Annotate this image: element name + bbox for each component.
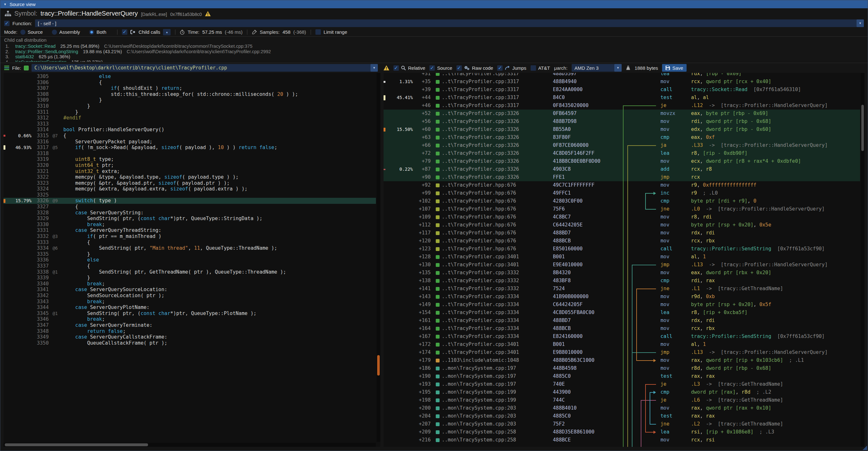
source-line[interactable]: 3308 std::this_thread::sleep_for( std::c…	[3, 91, 376, 97]
source-line[interactable]: 3338@1 SendString( ptr, GetThreadName( p…	[3, 269, 376, 275]
asm-source-location[interactable]: ..t\TracyProfiler.hpp:676	[431, 213, 553, 221]
asm-source-location[interactable]: ..t\TracyProfiler.cpp:3332	[431, 285, 553, 293]
titlebar[interactable]: ▼ Source view	[0, 0, 868, 8]
child-call-entry[interactable]: 3.stat64i32625 µs (1.36%)	[4, 54, 864, 60]
source-line[interactable]: 3343 break;	[3, 299, 376, 305]
asm-source-location[interactable]: ..t\TracyProfiler.cpp:3326	[431, 157, 553, 165]
source-line[interactable]: 3321 uint32_t extra;	[3, 169, 376, 175]
asm-source-location[interactable]: ..mon\TracySystem.cpp:258	[431, 428, 553, 436]
asm-row[interactable]: +79..t\TracyProfiler.cpp:3326418B8C80E0B…	[383, 157, 860, 165]
source-line[interactable]: 3324 memcpy( &extra, &payload.extra, siz…	[3, 186, 376, 192]
source-line[interactable]: 3328 case ServerQueryString:	[3, 210, 376, 216]
asm-row[interactable]: +135..t\TracyProfiler.cpp:33328B4320move…	[383, 269, 860, 277]
source-line[interactable]: 3349 case ServerQueryCallstackFrame:	[3, 334, 376, 340]
source-line[interactable]: 3336 else	[3, 257, 376, 263]
asm-source-location[interactable]: ..mon\TracySystem.cpp:199	[431, 388, 553, 396]
child-call-distribution-title[interactable]: Child call distribution	[4, 38, 864, 43]
asm-row[interactable]: +164..t\TracyProfiler.cpp:3334488BCBmovr…	[383, 325, 860, 332]
source-horizontal-scrollbar[interactable]	[3, 443, 376, 447]
child-call-entry[interactable]: 4.KeSynchronizeExecution125 µs (0.27%)	[4, 60, 864, 62]
asm-source-location[interactable]: ..t\TracyProfiler.cpp:3334	[431, 293, 553, 301]
file-combo[interactable]: C:\Users\wolf\Desktop\darkrl\contrib\tra…	[32, 64, 378, 72]
asm-source-location[interactable]: ..mon\TracySystem.cpp:203	[431, 412, 553, 420]
asm-source-location[interactable]: ..t\TracyProfiler.cpp:3334	[431, 317, 553, 325]
asm-source-location[interactable]: ..t\TracyProfiler.cpp:3317	[431, 101, 553, 110]
assembly-pane[interactable]: +31..t\TracyProfiler.cpp:3317488D5597lea…	[383, 73, 865, 447]
source-line[interactable]: 3344 case ServerQueryPlotName:	[3, 304, 376, 310]
source-line[interactable]: 0.66%3315@7{	[3, 133, 376, 139]
uarch-combo[interactable]: AMD Zen 3 ▼	[572, 64, 622, 72]
source-line[interactable]: 3335 }	[3, 251, 376, 257]
asm-source-location[interactable]: ..mon\TracySystem.cpp:203	[431, 420, 553, 428]
asm-row[interactable]: +120..t\TracyProfiler.hpp:676488BCBmovrc…	[383, 237, 860, 245]
source-line[interactable]: 3345@1 SendString( ptr, (const char*)ptr…	[3, 310, 376, 317]
asm-source-location[interactable]: ..1103\include\atomic:1048	[431, 356, 553, 364]
asm-row[interactable]: +46..t\TracyProfiler.cpp:33170F843502000…	[383, 101, 860, 110]
asm-source-location[interactable]: ..t\TracyProfiler.cpp:3326	[431, 149, 553, 157]
asm-row[interactable]: +154..t\TracyProfiler.cpp:33344C8D055FBA…	[383, 309, 860, 317]
asm-source-location[interactable]: ..mon\TracySystem.cpp:197	[431, 364, 553, 372]
asm-source-location[interactable]: ..t\TracyProfiler.cpp:3334	[431, 301, 553, 309]
collapse-icon[interactable]: ▼	[3, 3, 7, 6]
child-calls-checkbox[interactable]	[122, 29, 127, 35]
source-line[interactable]: 3340 break;	[3, 281, 376, 287]
limit-range-checkbox[interactable]	[315, 29, 321, 35]
child-call-entry[interactable]: 1.tracy::Socket::Read25.25 ms (54.89%)C:…	[4, 43, 864, 49]
asm-row[interactable]: +102..t\TracyProfiler.hpp:67642803C0F00c…	[383, 197, 860, 205]
source-line[interactable]: 3311 }	[3, 109, 376, 115]
asm-row[interactable]: 45.41%+44..t\TracyProfiler.cpp:331784C0t…	[383, 94, 860, 101]
asm-source-location[interactable]: ..t\TracyProfiler.cpp:3326	[431, 165, 553, 173]
asm-source-location[interactable]: ..t\TracyProfiler.cpp:3401	[431, 253, 553, 261]
asm-row[interactable]: +204..mon\TracySystem.cpp:2034885C0testr…	[383, 412, 860, 420]
asm-source-location[interactable]: ..t\TracyProfiler.hpp:676	[431, 189, 553, 197]
relative-toggle[interactable]: Relative	[394, 65, 425, 71]
radio-icon[interactable]	[52, 30, 57, 35]
source-line[interactable]: 3306 {	[3, 80, 376, 86]
asm-row[interactable]: +123..t\TracyProfiler.hpp:676E850160000c…	[383, 245, 860, 253]
resize-grip[interactable]	[863, 446, 867, 450]
mode-both-radio[interactable]: Both	[89, 29, 106, 35]
asm-source-location[interactable]: ..mon\TracySystem.cpp:258	[431, 436, 553, 444]
radio-icon[interactable]	[20, 30, 26, 35]
asm-source-location[interactable]: ..mon\TracySystem.cpp:203	[431, 404, 553, 412]
source-line[interactable]: 3320 uint64_t ptr;	[3, 162, 376, 169]
source-line[interactable]: 3307 if( shouldExit ) return;	[3, 85, 376, 91]
source-line[interactable]: 3332@3 if( ptr == m_mainThread )	[3, 234, 376, 240]
source-line[interactable]: 3310 }	[3, 103, 376, 109]
asm-source-location[interactable]: ..t\TracyProfiler.cpp:3317	[431, 94, 553, 101]
source-line[interactable]: 3334@6 SendString( ptr, "Main thread", 1…	[3, 245, 376, 251]
source-line[interactable]: 3305 else	[3, 73, 376, 80]
asm-source-location[interactable]: ..t\TracyProfiler.cpp:3332	[431, 269, 553, 277]
source-line[interactable]: 3314bool Profiler::HandleServerQuery()	[3, 127, 376, 133]
source-line[interactable]: 46.93%3317@5 if( !m_sock->Read( &payload…	[3, 145, 376, 151]
asm-row[interactable]: +31..t\TracyProfiler.cpp:3317488D5597lea…	[383, 73, 860, 78]
save-button[interactable]: Save	[662, 64, 687, 72]
asm-row[interactable]: +52..t\TracyProfiler.cpp:33260FB64597mov…	[383, 110, 860, 118]
asm-row[interactable]: +195..mon\TracySystem.cpp:199443900cmpdw…	[383, 388, 860, 396]
asm-row[interactable]: 1.31%+35..t\TracyProfiler.cpp:3317488B49…	[383, 78, 860, 86]
asm-source-location[interactable]: ..t\TracyProfiler.hpp:676	[431, 229, 553, 237]
source-line[interactable]: 3337 {	[3, 263, 376, 269]
asm-row[interactable]: +216..mon\TracySystem.cpp:258488BCEmovrc…	[383, 436, 860, 444]
scrollbar-thumb[interactable]	[377, 355, 380, 375]
asm-source-location[interactable]: ..t\TracyProfiler.hpp:676	[431, 237, 553, 245]
asm-row[interactable]: +107..t\TracyProfiler.hpp:67675F6jne.L0 …	[383, 205, 860, 213]
function-checkbox[interactable]	[4, 21, 9, 26]
source-line[interactable]: 3339 }	[3, 275, 376, 281]
asm-row[interactable]: +198..mon\TracySystem.cpp:199744Cje.L6 -…	[383, 396, 860, 404]
asm-source-location[interactable]: ..t\TracyProfiler.cpp:3326	[431, 142, 553, 149]
source-line[interactable]: 3316 ServerQueryPacket payload;	[3, 139, 376, 145]
asm-source-location[interactable]: ..t\TracyProfiler.cpp:3334	[431, 325, 553, 332]
function-combo[interactable]: [ - self - ] ▼	[35, 20, 864, 27]
asm-source-location[interactable]: ..t\TracyProfiler.cpp:3332	[431, 277, 553, 285]
asm-row[interactable]: +190..mon\TracySystem.cpp:1974885C0testr…	[383, 372, 860, 380]
source-line[interactable]: 3330 break;	[3, 222, 376, 228]
asm-row[interactable]: +39..t\TracyProfiler.cpp:3317E824AA0000c…	[383, 86, 860, 94]
source-line[interactable]: 3327 {	[3, 204, 376, 210]
asm-source-location[interactable]: ..t\TracyProfiler.hpp:676	[431, 197, 553, 205]
source-vertical-scrollbar[interactable]	[376, 73, 380, 442]
asm-source-location[interactable]: ..t\TracyProfiler.hpp:676	[431, 205, 553, 213]
chevron-down-icon[interactable]: ▼	[857, 20, 864, 27]
source-line[interactable]: 3333 {	[3, 240, 376, 246]
asm-row[interactable]: +99..t\TracyProfiler.hpp:67649FFC1incr9 …	[383, 189, 860, 197]
